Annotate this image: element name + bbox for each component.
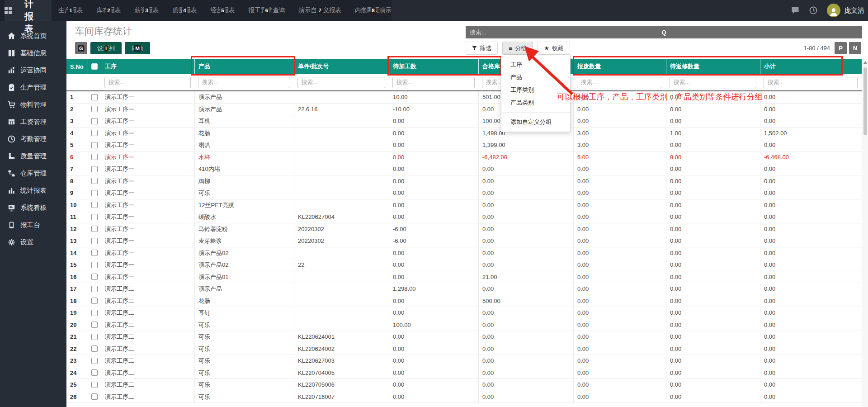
sidebar-item-production[interactable]: 生产管理 [0, 79, 66, 96]
navbar-menu-item[interactable]: 演示自定义报表 7 [299, 6, 342, 14]
table-row[interactable]: 22 演示工序二可乐KL2206240020.000.000.000.000.0… [66, 343, 862, 355]
column-header-产品[interactable]: 产品 [195, 59, 294, 74]
table-row[interactable]: 2 演示工序一演示产品22.6.16-10.000.000.000.000.00 [66, 104, 862, 116]
row-checkbox[interactable] [91, 154, 98, 160]
row-checkbox[interactable] [91, 94, 98, 100]
table-row[interactable]: 10 演示工序一12丝PET亮膜0.000.000.000.000.00 [66, 199, 862, 212]
column-header-报废数量[interactable]: 报废数量 [574, 59, 666, 74]
navbar-menu-item[interactable]: 生产报表 1 [59, 6, 83, 14]
table-row[interactable]: 20 演示工序二可乐100.000.000.000.000.00 [66, 319, 862, 331]
row-checkbox[interactable] [91, 322, 98, 328]
row-checkbox[interactable] [91, 310, 98, 316]
table-row[interactable]: 7 演示工序一410内堵0.000.000.000.000.00 [66, 163, 862, 175]
app-launcher-button[interactable] [5, 0, 12, 21]
row-checkbox[interactable] [91, 250, 98, 256]
refresh-button[interactable]: 刷新 M [125, 42, 150, 54]
table-row[interactable]: 4 演示工序一花肠0.001,498.003.001.001,502.00 [66, 128, 862, 140]
column-header-单件/批次号[interactable]: 单件/批次号 [294, 59, 389, 74]
row-checkbox[interactable] [91, 238, 98, 244]
column-filter-input[interactable] [198, 77, 290, 88]
column-filter-input[interactable] [297, 77, 385, 88]
row-checkbox[interactable] [91, 130, 98, 136]
group-by-option[interactable]: 产品 [501, 71, 570, 84]
row-checkbox[interactable] [91, 286, 98, 292]
scroll-up-icon[interactable] [863, 61, 867, 64]
toolbar-icon-button[interactable]: G [75, 42, 87, 54]
sidebar-item-wages[interactable]: 工资管理 [0, 113, 66, 130]
username[interactable]: 庞文清 [844, 6, 864, 15]
scrollbar-thumb[interactable] [863, 67, 867, 135]
row-checkbox[interactable] [91, 190, 98, 196]
row-checkbox[interactable] [91, 118, 98, 124]
table-row[interactable]: 16 演示工序一演示产品010.0021.000.000.000.00 [66, 271, 862, 284]
row-checkbox[interactable] [91, 226, 98, 232]
row-checkbox[interactable] [91, 106, 98, 112]
sidebar-item-materials[interactable]: 物料管理 [0, 96, 66, 113]
set-columns-button[interactable]: 设置列 I [90, 42, 122, 54]
table-row[interactable]: 17 演示工序二演示产品1,298.000.000.000.000.00 [66, 283, 862, 295]
table-row[interactable]: 25 演示工序二可乐KL2207050060.000.000.000.000.0… [66, 379, 862, 391]
column-header-小计[interactable]: 小计 [760, 59, 862, 74]
sidebar-item-dashboard[interactable]: 系统看板 [0, 199, 66, 216]
table-row[interactable]: 18 演示工序二花肠0.00500.000.000.000.00 [66, 295, 862, 308]
sidebar-item-terminal[interactable]: 报工台 [0, 216, 66, 233]
row-checkbox[interactable] [91, 214, 98, 220]
table-row[interactable]: 8 演示工序一鸡柳0.000.000.000.000.00 [66, 175, 862, 188]
sidebar-item-quality[interactable]: 质量管理 [0, 147, 66, 165]
sidebar-item-settings[interactable]: 设置 [0, 233, 66, 251]
group-by-button[interactable]: ≡ 分组 [502, 42, 533, 55]
row-checkbox[interactable] [91, 178, 98, 184]
column-filter-input[interactable] [392, 77, 475, 88]
row-checkbox[interactable] [91, 334, 98, 340]
row-checkbox[interactable] [91, 166, 98, 172]
row-checkbox[interactable] [91, 358, 98, 364]
column-filter-input[interactable] [104, 77, 191, 88]
table-row[interactable]: 19 演示工序二耳钉0.000.000.000.000.00 [66, 307, 862, 319]
select-all-checkbox[interactable] [91, 63, 98, 70]
column-filter-input[interactable] [764, 77, 858, 88]
row-checkbox[interactable] [91, 382, 98, 388]
vertical-scrollbar[interactable] [862, 59, 868, 407]
row-checkbox[interactable] [91, 262, 98, 268]
messages-icon[interactable] [791, 6, 800, 15]
app-title[interactable]: 统计报表 [12, 0, 52, 21]
sidebar-item-reports[interactable]: 统计报表 [0, 182, 66, 199]
column-filter-input[interactable] [670, 77, 756, 88]
global-search[interactable]: Q [466, 26, 862, 38]
sidebar-item-warehouse[interactable]: 仓库管理 [0, 165, 66, 182]
sidebar-item-basicinfo[interactable]: 基础信息 [0, 44, 66, 62]
column-header-S.No[interactable]: S.No [66, 59, 88, 74]
table-row[interactable]: 12 演示工序一马铃薯淀粉20220302-6.000.000.000.000.… [66, 223, 862, 236]
navbar-menu-item[interactable]: 经营报表 5 [211, 6, 235, 14]
group-by-option[interactable]: 工序类别 [501, 84, 570, 96]
table-row[interactable]: 11 演示工序一碳酸水KL2206270040.000.000.000.000.… [66, 211, 862, 223]
activity-clock-icon[interactable] [809, 6, 818, 15]
row-checkbox[interactable] [91, 298, 98, 304]
pager-next-button[interactable]: N [849, 42, 861, 54]
group-by-option[interactable]: 工序 [501, 58, 570, 71]
navbar-menu-item[interactable]: 库存报表 2 [97, 6, 121, 14]
table-row[interactable]: 3 演示工序一耳机0.00100.000.000.000.00 [66, 115, 862, 128]
favorites-button[interactable]: ★ 收藏 [538, 42, 570, 55]
table-row[interactable]: 21 演示工序二可乐KL2206240010.000.000.000.000.0… [66, 331, 862, 343]
navbar-menu-item[interactable]: 内嵌网页演示 8 [355, 6, 392, 14]
row-checkbox[interactable] [91, 345, 98, 352]
table-row[interactable]: 6 演示工序一水杯0.00-6,482.006.008.00-6,468.00 [66, 151, 862, 164]
table-row[interactable]: 26 演示工序二可乐KL2207160070.000.000.000.000.0… [66, 391, 862, 403]
pager-previous-button[interactable]: P [835, 42, 847, 54]
filter-button[interactable]: 筛选 [466, 42, 498, 55]
row-checkbox[interactable] [91, 202, 98, 208]
group-by-option[interactable]: 产品类别 [501, 96, 570, 109]
row-checkbox[interactable] [91, 142, 98, 148]
row-checkbox[interactable] [91, 369, 98, 376]
sidebar-item-operations[interactable]: 运营协同 [0, 62, 66, 79]
table-row[interactable]: 15 演示工序一演示产品02220.000.000.000.000.00 [66, 259, 862, 271]
column-header-工序[interactable]: 工序 [101, 59, 195, 74]
navbar-menu-item[interactable]: 薪资报表 3 [135, 6, 159, 14]
add-custom-group-item[interactable]: 添加自定义分组 [501, 116, 570, 128]
table-row[interactable]: 1 演示工序一演示产品10.00501.000.000.000.00 [66, 91, 862, 104]
table-row[interactable]: 5 演示工序一喇叭0.001,399.003.000.000.00 [66, 139, 862, 151]
column-filter-input[interactable] [577, 77, 662, 88]
navbar-menu-item[interactable]: 报工异常查询 6 [249, 6, 285, 14]
table-row[interactable]: 14 演示工序一演示产品020.000.000.000.000.00 [66, 247, 862, 260]
